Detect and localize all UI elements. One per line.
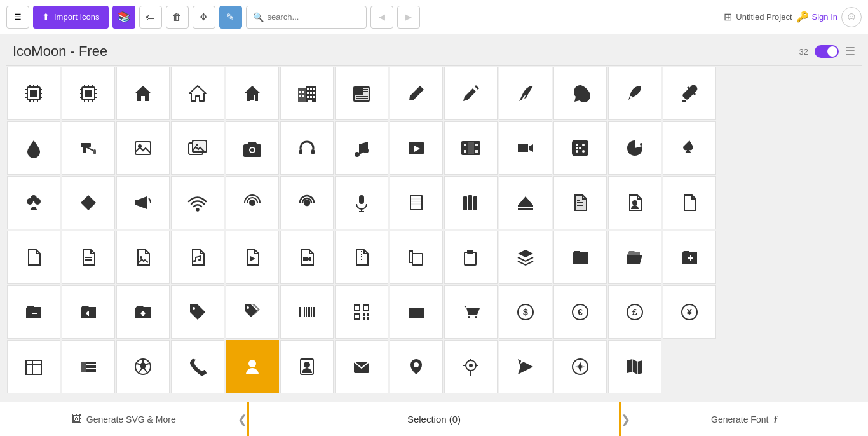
icon-file-video[interactable]: [280, 231, 334, 284]
icon-file-text2[interactable]: [62, 231, 115, 284]
icon-copy[interactable]: [390, 231, 443, 284]
arrow-left-icon[interactable]: ❮: [238, 412, 247, 426]
icon-file-empty[interactable]: [663, 176, 716, 229]
icon-euro[interactable]: €: [553, 285, 607, 339]
generate-svg-button[interactable]: 🖼 Generate SVG & More: [0, 414, 247, 425]
visibility-toggle[interactable]: [815, 45, 839, 58]
icon-headphones[interactable]: [280, 121, 334, 175]
icon-cart[interactable]: [444, 285, 498, 339]
arrow-right-icon[interactable]: ❯: [621, 412, 630, 426]
icon-droplet[interactable]: [7, 121, 60, 175]
icon-paint[interactable]: [62, 121, 115, 175]
icon-home2[interactable]: [171, 67, 224, 120]
icon-qrcode[interactable]: [335, 285, 388, 339]
icon-compass[interactable]: [553, 340, 607, 393]
icon-list2[interactable]: [62, 340, 115, 393]
icon-cpu2[interactable]: [62, 67, 115, 120]
icon-diamonds[interactable]: [62, 176, 115, 229]
icon-music[interactable]: [335, 121, 388, 175]
icon-pencil[interactable]: [390, 67, 443, 120]
icon-image[interactable]: [116, 121, 170, 175]
icon-portrait[interactable]: [280, 340, 334, 393]
selection-area[interactable]: ❮ Selection (0) ❯: [247, 402, 621, 436]
menu-button[interactable]: ☰: [6, 6, 29, 29]
icon-clubs[interactable]: [7, 176, 60, 229]
icon-play[interactable]: [390, 121, 443, 175]
generate-font-button[interactable]: Generate Font ƒ: [621, 414, 868, 425]
icon-location-pin[interactable]: [390, 340, 443, 393]
icon-podcast[interactable]: [226, 176, 279, 229]
icon-file-picture[interactable]: [116, 231, 170, 284]
avatar[interactable]: ☺: [841, 7, 862, 27]
icon-folder-download[interactable]: [62, 285, 115, 339]
icon-ticket[interactable]: [390, 285, 443, 339]
icon-spades[interactable]: [663, 121, 716, 175]
redo-button[interactable]: ▶: [397, 6, 420, 29]
icon-radio[interactable]: [280, 176, 334, 229]
icon-library[interactable]: [499, 176, 552, 229]
icon-phone[interactable]: [171, 340, 224, 393]
icon-email[interactable]: [335, 340, 388, 393]
icon-quill[interactable]: [499, 67, 552, 120]
icon-folder[interactable]: [553, 231, 607, 284]
icon-file-play[interactable]: [226, 231, 279, 284]
icon-file-text[interactable]: [553, 176, 607, 229]
icon-folder-plus[interactable]: [663, 231, 716, 284]
icon-dollar[interactable]: $: [499, 285, 552, 339]
search-input[interactable]: [268, 12, 360, 22]
icon-books[interactable]: [444, 176, 498, 229]
icon-file-music[interactable]: [171, 231, 224, 284]
icon-images[interactable]: [171, 121, 224, 175]
undo-button[interactable]: ◀: [370, 6, 393, 29]
icon-home[interactable]: [116, 67, 170, 120]
icon-folder-minus[interactable]: [7, 285, 60, 339]
icon-paste[interactable]: [444, 231, 498, 284]
icon-pound[interactable]: £: [608, 285, 661, 339]
svg-rect-76: [464, 150, 466, 153]
edit-button[interactable]: ✎: [219, 6, 242, 29]
icon-pen[interactable]: [553, 67, 607, 120]
icon-video[interactable]: [499, 121, 552, 175]
icon-camera[interactable]: [226, 121, 279, 175]
icon-send[interactable]: [499, 340, 552, 393]
icon-folder-open[interactable]: [608, 231, 661, 284]
icon-eyedropper[interactable]: [663, 67, 716, 120]
icon-soccer[interactable]: [116, 340, 170, 393]
icon-table[interactable]: [7, 340, 60, 393]
icon-mic[interactable]: [335, 176, 388, 229]
icon-tag[interactable]: [171, 285, 224, 339]
import-icons-button[interactable]: ⬆ Import Icons: [33, 6, 109, 29]
svg-point-153: [468, 316, 470, 318]
svg-rect-150: [367, 313, 369, 316]
icon-file[interactable]: [7, 231, 60, 284]
icon-wifi[interactable]: [171, 176, 224, 229]
list-view-icon[interactable]: ☰: [845, 44, 855, 58]
redo-icon: ▶: [405, 12, 412, 22]
icon-book[interactable]: [390, 176, 443, 229]
icon-profile[interactable]: [608, 176, 661, 229]
icon-barcode[interactable]: [280, 285, 334, 339]
icon-location[interactable]: [444, 340, 498, 393]
icon-stack[interactable]: [499, 231, 552, 284]
icon-dice[interactable]: [553, 121, 607, 175]
icon-office[interactable]: [280, 67, 334, 120]
move-button[interactable]: ✥: [193, 6, 215, 29]
sign-in-button[interactable]: 🔑 Sign In: [796, 11, 837, 23]
icon-newspaper[interactable]: [335, 67, 388, 120]
icon-pencil2[interactable]: [444, 67, 498, 120]
delete-button[interactable]: 🗑: [166, 6, 189, 29]
icon-file-zip[interactable]: [335, 231, 388, 284]
icon-yen[interactable]: ¥: [663, 285, 716, 339]
icon-folder-upload[interactable]: [116, 285, 170, 339]
icon-map[interactable]: [608, 340, 661, 393]
tag-button[interactable]: 🏷: [139, 6, 162, 29]
icon-film[interactable]: [444, 121, 498, 175]
icon-user[interactable]: [226, 340, 279, 393]
icon-blog[interactable]: [608, 67, 661, 120]
icon-tags[interactable]: [226, 285, 279, 339]
library-button[interactable]: 📚: [112, 6, 135, 29]
icon-home3[interactable]: [226, 67, 279, 120]
icon-cpu[interactable]: [7, 67, 60, 120]
icon-pacman[interactable]: [608, 121, 661, 175]
icon-bullhorn[interactable]: [116, 176, 170, 229]
